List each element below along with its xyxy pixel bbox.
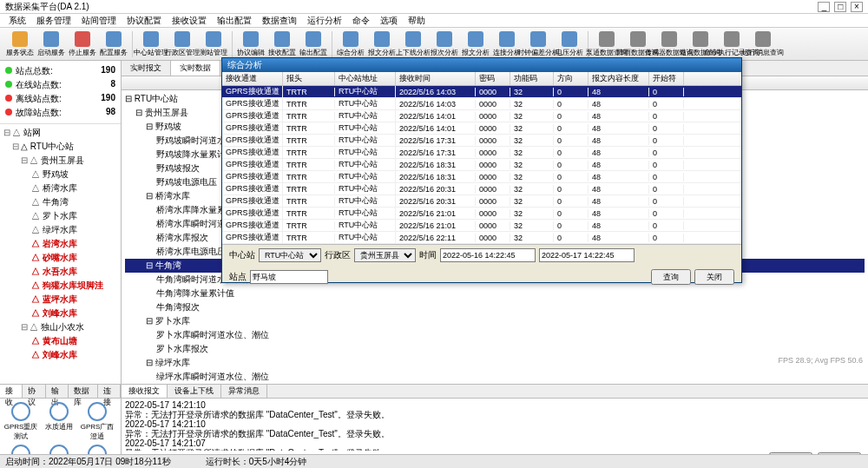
tab[interactable]: 实时数据	[171, 61, 220, 76]
tree-node[interactable]: △ 狗獾水库坝脚洼	[3, 279, 117, 293]
maximize-button[interactable]: □	[834, 2, 846, 12]
tree-node[interactable]: ⊟△ 站网	[3, 126, 117, 140]
tab[interactable]: 数据库	[69, 385, 97, 398]
tree-node[interactable]: △ 牛角湾	[3, 195, 117, 209]
modal-table-row[interactable]: GPRS接收通道TRTRRTU中心站2022/5/16 20:310000320…	[222, 183, 741, 195]
menu-item[interactable]: 选项	[375, 14, 403, 28]
tree-node[interactable]: △ 黄布山塘	[3, 334, 117, 348]
table-row[interactable]: 罗卜水库报次	[125, 342, 865, 356]
modal-table-row[interactable]: GPRS接收通道TRTRRTU中心站2022/5/16 21:010000320…	[222, 208, 741, 220]
tree-node[interactable]: △ 野鸡坡	[3, 168, 117, 181]
modal-table-row[interactable]: GPRS接收通道TRTRRTU中心站2022/5/16 14:010000320…	[222, 110, 741, 122]
tab[interactable]: 协议	[23, 385, 45, 398]
tab[interactable]: 设备上下线	[168, 385, 221, 398]
protocol-icon[interactable]: GPRS广西澄通	[80, 402, 115, 441]
modal-table-row[interactable]: GPRS接收通道TRTRRTU中心站2022/5/16 18:310000320…	[222, 171, 741, 183]
menu-item[interactable]: 站间管理	[76, 14, 122, 28]
toolbar-button[interactable]: 配置服务	[99, 30, 128, 59]
protocol-icon[interactable]: GPRS重庆测试	[3, 402, 38, 441]
modal-table-row[interactable]: GPRS接收通道TRTRRTU中心站2022/5/16 20:310000320…	[222, 195, 741, 208]
toolbar-button[interactable]: 电压分析	[555, 30, 584, 59]
modal-grid-body[interactable]: GPRS接收通道TRTRRTU中心站2022/5/16 14:030000320…	[222, 86, 741, 244]
menu-item[interactable]: 帮助	[403, 14, 431, 28]
modal-input-time-end[interactable]	[539, 248, 635, 262]
modal-column-header[interactable]: 开始符	[649, 72, 684, 85]
modal-table-row[interactable]: GPRS接收通道TRTRRTU中心站2022/5/16 18:310000320…	[222, 159, 741, 171]
toolbar-button[interactable]: 运行消息查询	[748, 30, 778, 59]
modal-column-header[interactable]: 中心站地址	[335, 72, 396, 85]
toolbar-button[interactable]: 启动服务	[36, 30, 66, 59]
tree-node[interactable]: △ 绿坪水库	[3, 223, 117, 237]
log-area[interactable]: 2022-05-17 14:21:10异常：无法打开登录所请求的数据库 "Dat…	[122, 399, 868, 451]
toolbar-button[interactable]: 时钟偏差分析	[523, 30, 553, 59]
tree-node[interactable]: △ 水吾水库	[3, 265, 117, 279]
toolbar-button[interactable]: 中心站管理	[136, 30, 166, 59]
toolbar-button[interactable]: 测站管理	[199, 30, 228, 59]
toolbar-button[interactable]: 接收配置	[267, 30, 297, 59]
tab[interactable]: 接收	[0, 385, 23, 398]
modal-table-row[interactable]: GPRS接收通道TRTRRTU中心站2022/5/16 22:110000320…	[222, 232, 741, 244]
tree-node[interactable]: ⊟△ 贵州玉屏县	[3, 154, 117, 168]
toolbar-button[interactable]: 停止服务	[68, 30, 97, 59]
tab[interactable]: 实时报文	[122, 61, 171, 76]
menu-item[interactable]: 数据查询	[257, 14, 302, 28]
minimize-button[interactable]: _	[818, 2, 830, 12]
tab[interactable]: 连接	[98, 385, 121, 398]
table-row[interactable]: 罗卜水库瞬时河道水位、潮位	[125, 328, 865, 342]
modal-column-header[interactable]: 报文内容长度	[589, 72, 649, 85]
menu-item[interactable]: 协议配置	[122, 14, 167, 28]
modal-input-time-start[interactable]	[440, 248, 536, 262]
modal-column-header[interactable]: 接收时间	[396, 72, 476, 85]
menu-item[interactable]: 服务管理	[31, 14, 76, 28]
modal-table-row[interactable]: GPRS接收通道TRTRRTU中心站2022/5/16 14:030000320…	[222, 86, 741, 98]
tab[interactable]: 输出	[46, 385, 69, 398]
modal-table-row[interactable]: GPRS接收通道TRTRRTU中心站2022/5/16 14:010000320…	[222, 122, 741, 135]
menu-item[interactable]: 输出配置	[212, 14, 257, 28]
table-row[interactable]: 绿坪水库瞬时河道水位、潮位	[125, 370, 865, 384]
table-row[interactable]: 牛角湾降水量累计值	[125, 287, 865, 300]
tab[interactable]: 异常消息	[221, 385, 267, 398]
table-row[interactable]: 牛角湾报次	[125, 300, 865, 314]
toolbar-button[interactable]: 上下线分析	[398, 30, 428, 59]
modal-select-center[interactable]: RTU中心站	[259, 248, 321, 262]
menu-item[interactable]: 接收设置	[167, 14, 212, 28]
modal-table-row[interactable]: GPRS接收通道TRTRRTU中心站2022/5/16 14:030000320…	[222, 98, 741, 110]
toolbar-button[interactable]: 输出配置	[299, 30, 328, 59]
modal-column-header[interactable]: 方向	[554, 72, 589, 85]
modal-table-row[interactable]: GPRS接收通道TRTRRTU中心站2022/5/16 17:310000320…	[222, 135, 741, 147]
tree-node[interactable]: △ 刘峰水库	[3, 307, 117, 320]
tree-node[interactable]: △ 罗卜水库	[3, 209, 117, 223]
tree-node[interactable]: △ 蓝坪水库	[3, 293, 117, 307]
modal-table-row[interactable]: GPRS接收通道TRTRRTU中心站2022/5/16 21:010000320…	[222, 220, 741, 232]
tab[interactable]: 接收报文	[122, 385, 168, 398]
protocol-icon[interactable]: 水质通用	[42, 402, 76, 441]
menu-item[interactable]: 运行分析	[302, 14, 347, 28]
modal-select-region[interactable]: 贵州玉屏县	[354, 248, 416, 262]
toolbar-button[interactable]: 报文分析	[367, 30, 397, 59]
toolbar-button[interactable]: 报文分析	[461, 30, 490, 59]
modal-column-header[interactable]: 接收通道	[222, 72, 283, 85]
modal-query-button[interactable]: 查询	[651, 269, 691, 285]
toolbar-button[interactable]: 行政区管理	[168, 30, 197, 59]
menu-item[interactable]: 命令	[347, 14, 375, 28]
station-tree[interactable]: ⊟△ 站网⊟△ RTU中心站⊟△ 贵州玉屏县△ 野鸡坡△ 桥湾水库△ 牛角湾△ …	[0, 124, 121, 384]
tree-node[interactable]: △ 砂嘴水库	[3, 251, 117, 265]
modal-column-header[interactable]: 报头	[283, 72, 335, 85]
toolbar-button[interactable]: 综合分析	[336, 30, 365, 59]
modal-table-row[interactable]: GPRS接收通道TRTRRTU中心站2022/5/16 17:310000320…	[222, 147, 741, 159]
tree-node[interactable]: △ 岩湾水库	[3, 237, 117, 251]
toolbar-button[interactable]: 协议编辑	[236, 30, 266, 59]
tree-node[interactable]: △ 刘峰水库	[3, 348, 117, 362]
modal-column-header[interactable]: 密码	[476, 72, 510, 85]
table-row[interactable]: ⊟ 罗卜水库	[125, 314, 865, 328]
close-button[interactable]: ×	[851, 2, 863, 12]
table-row[interactable]: ⊟ 绿坪水库	[125, 356, 865, 370]
modal-close-button[interactable]: 关闭	[694, 269, 734, 285]
tree-node[interactable]: ⊟△ 独山小农水	[3, 320, 117, 334]
modal-input-station[interactable]	[250, 270, 328, 284]
tree-node[interactable]: △ 桥湾水库	[3, 181, 117, 195]
toolbar-button[interactable]: 服务状态	[5, 30, 35, 59]
menu-item[interactable]: 系统	[3, 14, 31, 28]
tree-node[interactable]: ⊟△ RTU中心站	[3, 140, 117, 154]
toolbar-button[interactable]: 报次分析	[430, 30, 459, 59]
